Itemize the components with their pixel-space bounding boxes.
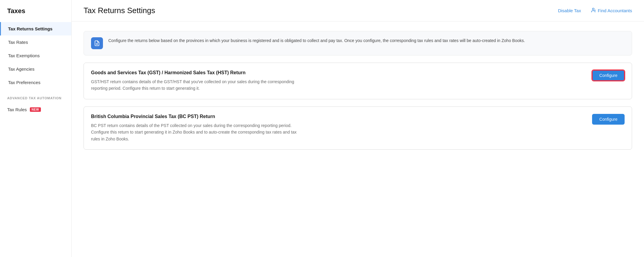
- content-area: Configure the returns below based on the…: [72, 21, 644, 159]
- new-badge: NEW: [30, 107, 41, 112]
- advanced-tax-section-label: ADVANCED TAX AUTOMATION: [0, 89, 71, 103]
- gst-hst-card: Goods and Services Tax (GST) / Harmonize…: [84, 63, 632, 99]
- info-text: Configure the returns below based on the…: [108, 37, 525, 44]
- sidebar-title: Taxes: [0, 7, 71, 22]
- sidebar-item-tax-rates[interactable]: Tax Rates: [0, 35, 71, 49]
- bc-pst-card: British Columbia Provincial Sales Tax (B…: [84, 106, 632, 150]
- bc-pst-configure-button[interactable]: Configure: [592, 114, 625, 125]
- bc-pst-description: BC PST return contains details of the PS…: [91, 122, 300, 142]
- page-title: Tax Returns Settings: [84, 6, 155, 15]
- disable-tax-link[interactable]: Disable Tax: [558, 8, 581, 13]
- gst-hst-configure-button[interactable]: Configure: [592, 70, 625, 81]
- sidebar-item-tax-returns-settings[interactable]: Tax Returns Settings: [0, 22, 71, 35]
- page-header: Tax Returns Settings Disable Tax Find Ac…: [72, 0, 644, 21]
- bc-pst-card-content: British Columbia Provincial Sales Tax (B…: [91, 114, 585, 142]
- gst-hst-description: GST/HST return contains details of the G…: [91, 78, 300, 92]
- sidebar-item-tax-rules[interactable]: Tax Rules NEW: [0, 103, 71, 116]
- info-icon: [91, 37, 103, 49]
- header-actions: Disable Tax Find Accountants: [558, 7, 632, 14]
- gst-hst-title: Goods and Services Tax (GST) / Harmonize…: [91, 70, 585, 75]
- person-icon: [591, 7, 596, 14]
- svg-point-0: [592, 8, 594, 10]
- main-content: Tax Returns Settings Disable Tax Find Ac…: [72, 0, 644, 257]
- bc-pst-title: British Columbia Provincial Sales Tax (B…: [91, 114, 585, 119]
- sidebar: Taxes Tax Returns Settings Tax Rates Tax…: [0, 0, 72, 257]
- sidebar-item-tax-exemptions[interactable]: Tax Exemptions: [0, 49, 71, 62]
- find-accountants-link[interactable]: Find Accountants: [591, 7, 632, 14]
- gst-hst-card-content: Goods and Services Tax (GST) / Harmonize…: [91, 70, 585, 92]
- sidebar-navigation: Tax Returns Settings Tax Rates Tax Exemp…: [0, 22, 71, 116]
- sidebar-item-tax-agencies[interactable]: Tax Agencies: [0, 62, 71, 76]
- info-box: Configure the returns below based on the…: [84, 31, 632, 55]
- sidebar-item-tax-preferences[interactable]: Tax Preferences: [0, 76, 71, 89]
